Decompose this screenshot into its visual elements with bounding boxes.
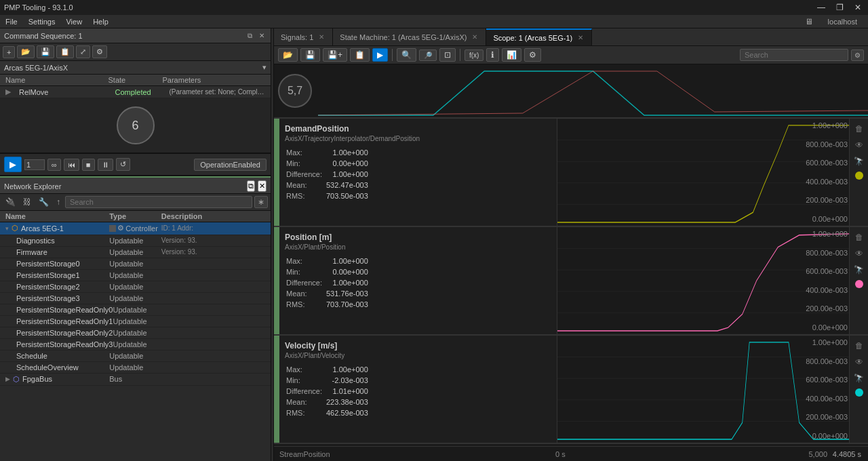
tab-scope[interactable]: Scope: 1 (Arcas 5EG-1) ✕ [486,28,592,45]
tab-signals[interactable]: Signals: 1 ✕ [274,28,333,45]
menu-file[interactable]: File [0,15,23,28]
net-item-ps3[interactable]: PersistentStorage3 Updatable [0,293,271,304]
prev-btn[interactable]: ⏮ [64,159,79,171]
tab-statemachine[interactable]: State Machine: 1 (Arcas 5EG-1/AxisX) ✕ [333,28,486,45]
tab-statemachine-close[interactable]: ✕ [471,33,479,41]
scope-markers-btn[interactable]: 📊 [502,48,521,62]
net-item-ps0[interactable]: PersistentStorage0 Updatable [0,258,271,270]
signal-panel-position: Position [m] AxisX/Plant/Position Max:1.… [274,227,868,336]
scope-search-btn[interactable]: ⚙ [851,49,864,61]
signal-chart-demand[interactable]: 1.00e+000 800.00e-003 600.00e-003 400.00… [557,119,849,226]
net-link-btn[interactable]: ⛓ [20,197,34,207]
scope-zoom-in-btn[interactable]: 🔍 [397,48,416,62]
scope-search-input[interactable] [740,49,848,61]
signal-delete-demand[interactable]: 🗑 [854,123,865,135]
signal-panel-indicator3[interactable] [274,336,279,443]
signal-search-demand[interactable]: 🔭 [852,155,865,167]
net-search-input[interactable] [65,196,252,208]
signal-panel-indicator[interactable] [274,119,279,226]
signal-delete-position[interactable]: 🗑 [854,231,865,243]
scope-info-btn[interactable]: ℹ [486,48,499,62]
scope-open-btn[interactable]: 📂 [278,48,298,62]
scope-overview[interactable]: 5,7 [274,64,868,119]
signal-search-velocity[interactable]: 🔭 [852,372,865,384]
menu-help[interactable]: Help [87,15,114,28]
psro2-name: PersistentStorageReadOnly2 [16,329,113,337]
signal-hide-demand[interactable]: 👁 [854,139,865,151]
signal-hide-velocity[interactable]: 👁 [854,356,865,368]
cmd-seq-row-params: (Parameter set: None; Comple... [170,88,266,96]
signal-panel-indicator2[interactable] [274,227,279,334]
signal-chart-velocity[interactable]: 1.00e+000 800.00e-003 600.00e-003 400.00… [557,336,849,443]
reset-btn[interactable]: ↺ [116,158,130,171]
menu-view[interactable]: View [60,15,87,28]
signal-hide-position[interactable]: 👁 [854,247,865,260]
net-item-schedule[interactable]: Schedule Updatable [0,350,271,362]
net-item-psro0[interactable]: PersistentStorageReadOnly0 Updatable [0,304,271,316]
net-item-firmware[interactable]: Firmware Updatable Version: 93. [0,247,271,258]
cmd-seq-export-btn[interactable]: 📋 [56,45,74,58]
signal-stats-position: Max:1.00e+000 Min:0.00e+000 Difference:1… [285,255,375,310]
scope-play-btn[interactable]: ▶ [372,48,388,62]
signal-chart-position[interactable]: 1.00e+000 800.00e-003 600.00e-003 400.00… [557,227,849,334]
cmd-seq-open-btn[interactable]: 📂 [17,45,35,58]
op-enabled-btn[interactable]: OperationEnabled [194,159,267,171]
ps0-type: Updatable [109,260,161,268]
signal-search-position[interactable]: 🔭 [852,264,865,276]
net-item-fpgabus[interactable]: ▶ ⬡ FpgaBus Bus [0,374,271,386]
net-item-schedule-overview[interactable]: ScheduleOverview Updatable [0,362,271,374]
net-item-ps2[interactable]: PersistentStorage2 Updatable [0,281,271,293]
ctrl-gear-icon: ⚙ [117,224,124,233]
cmd-seq-save-btn[interactable]: 💾 [37,45,54,58]
net-item-psro2[interactable]: PersistentStorageReadOnly2 Updatable [0,327,271,339]
cmd-seq-row[interactable]: ▶ RelMove Completed (Parameter set: None… [0,86,271,98]
ps3-type: Updatable [109,294,161,302]
scope-function-btn[interactable]: f(x) [465,49,484,61]
net-explorer-header: Network Explorer ⧉ ✕ [0,179,271,194]
scope-save-as-btn[interactable]: 💾+ [323,48,347,62]
menu-settings[interactable]: Settings [23,15,61,28]
net-explorer-title: Network Explorer [4,182,61,191]
restore-button[interactable]: ❐ [833,3,846,12]
time-end: 5,000 [808,450,827,458]
net-item-arcas[interactable]: ▾ ⬡ Arcas 5EG-1 ⚙ Controller ID: 1 Addr: [0,222,271,235]
cmd-seq-settings-btn[interactable]: ⚙ [92,45,107,58]
cmd-seq-restore-btn[interactable]: ⧉ [245,31,254,41]
cmd-seq-add-btn[interactable]: + [3,46,15,58]
stop-btn[interactable]: ■ [82,159,95,171]
row-expand-arrow[interactable]: ▶ [5,87,19,96]
net-config-btn[interactable]: 🔧 [36,197,52,207]
net-refresh-btn[interactable]: ↑ [54,197,63,207]
minimize-button[interactable]: — [814,3,828,12]
net-plug-btn[interactable]: 🔌 [3,197,18,207]
net-item-psro3[interactable]: PersistentStorageReadOnly3 Updatable [0,339,271,350]
loop-btn[interactable]: ∞ [47,159,61,171]
net-item-diagnostics[interactable]: Diagnostics Updatable Version: 93. [0,235,271,247]
net-item-psro1[interactable]: PersistentStorageReadOnly1 Updatable [0,316,271,327]
net-item-ps1[interactable]: PersistentStorage1 Updatable [0,270,271,281]
scope-zoom-out-btn[interactable]: 🔎 [419,49,437,61]
cmd-seq-resize-btn[interactable]: ⤢ [76,45,90,58]
scope-settings-btn[interactable]: ⚙ [524,48,541,62]
scope-save-btn[interactable]: 💾 [300,48,320,62]
pause-btn[interactable]: ⏸ [98,159,113,171]
cmd-seq-axis-chevron[interactable]: ▾ [262,63,267,72]
expand-fpgabus-arrow[interactable]: ▶ [5,376,10,382]
net-search-filter-btn[interactable]: ∗ [254,196,268,208]
schedule-overview-type: Updatable [109,363,161,372]
tab-scope-close[interactable]: ✕ [576,34,585,41]
net-explorer-restore-btn[interactable]: ⧉ [247,180,255,192]
signal-delete-velocity[interactable]: 🗑 [854,340,865,352]
scope-fit-btn[interactable]: ⊡ [439,48,456,62]
tab-signals-close[interactable]: ✕ [317,33,326,41]
scope-export-btn[interactable]: 📋 [350,48,370,62]
net-col-headers: Name Type Description [0,211,271,222]
play-count-input[interactable] [24,159,45,170]
net-explorer-close-btn[interactable]: ✕ [258,180,267,192]
close-button[interactable]: ✕ [852,3,864,12]
col-name-header: Name [5,76,108,84]
expand-arcas-arrow[interactable]: ▾ [5,225,9,232]
diagnostics-name: Diagnostics [16,237,55,245]
cmd-seq-close-btn[interactable]: ✕ [257,31,267,41]
play-button[interactable]: ▶ [4,157,22,172]
